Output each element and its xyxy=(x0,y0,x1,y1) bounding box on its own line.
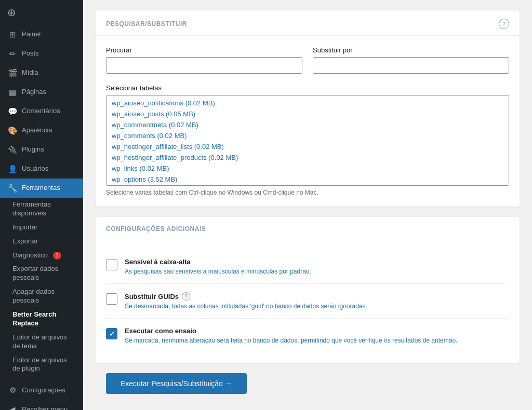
checkbox-replace-guids[interactable] xyxy=(106,293,117,305)
table-select-group: Selecionar tabelas wp_aioseo_notificatio… xyxy=(106,84,509,196)
search-replace-body: Procurar Substituir por Selecionar tabel… xyxy=(96,36,520,207)
search-replace-title: PESQUISAR/SUBSTITUIR xyxy=(106,20,187,28)
sidebar: ⊛ ⊞ Painel ✏ Posts 🎬 Mídia ▦ Páginas 💬 C… xyxy=(0,0,83,410)
plugins-icon: 🔌 xyxy=(7,144,18,155)
procurar-input[interactable] xyxy=(106,57,302,74)
wp-logo-icon: ⊛ xyxy=(7,6,16,19)
setting-desc-replace-guids: Se desmarcada, todas as colunas intitula… xyxy=(125,303,509,310)
table-item[interactable]: wp_postmeta (0.38 MB) xyxy=(107,185,509,186)
setting-row-case-sensitive: Sensível à caixa-altaAs pesquisas são se… xyxy=(106,250,509,284)
select-hint: Selecione várias tabelas com Ctrl-clique… xyxy=(106,189,509,196)
sidebar-item-paginas[interactable]: ▦ Páginas xyxy=(0,83,83,102)
checkbox-dry-run[interactable] xyxy=(106,328,117,339)
substituir-label: Substituir por xyxy=(313,46,509,54)
table-item[interactable]: wp_aioseo_posts (0.05 MB) xyxy=(107,108,509,119)
sidebar-sub-exportar[interactable]: Exportar xyxy=(0,235,83,249)
additional-settings-card: CONFIGURAÇÕES ADICIONAIS Sensível à caix… xyxy=(96,217,520,363)
sidebar-sub-editor-tema[interactable]: Editor de arquivos de tema xyxy=(0,331,83,353)
help-icon-replace-guids[interactable]: ? xyxy=(182,292,190,300)
run-button[interactable]: Executar Pesquisa/Substituição → xyxy=(106,373,247,394)
sidebar-item-plugins[interactable]: 🔌 Plugins xyxy=(0,140,83,159)
sidebar-sub-diagnostico[interactable]: Diagnóstico 1 xyxy=(0,249,83,263)
sidebar-item-midia[interactable]: 🎬 Mídia xyxy=(0,63,83,83)
table-item[interactable]: wp_commentmeta (0.02 MB) xyxy=(107,119,509,130)
search-replace-card: PESQUISAR/SUBSTITUIR ? Procurar Substitu… xyxy=(96,10,520,207)
diagnostico-badge: 1 xyxy=(53,252,61,259)
table-item[interactable]: wp_hostinger_affiliate_products (0.02 MB… xyxy=(107,152,509,163)
sidebar-item-ferramentas[interactable]: 🔧 Ferramentas xyxy=(0,179,83,198)
setting-row-replace-guids: Substituir GUIDs?Se desmarcada, todas as… xyxy=(106,284,509,319)
sidebar-sub-apagar-dados[interactable]: Apagar dados pessoais xyxy=(0,285,83,308)
search-replace-header: PESQUISAR/SUBSTITUIR ? xyxy=(96,10,520,36)
substituir-group: Substituir por xyxy=(313,46,509,74)
search-replace-inputs: Procurar Substituir por xyxy=(106,46,509,74)
sidebar-sub-better-search-replace[interactable]: Better Search Replace xyxy=(0,308,83,331)
setting-row-dry-run: Executar como ensaioSe marcada, nenhuma … xyxy=(106,319,509,352)
paginas-icon: ▦ xyxy=(7,87,18,98)
table-item[interactable]: wp_aioseo_notifications (0.02 MB) xyxy=(107,98,509,108)
main-content: PESQUISAR/SUBSTITUIR ? Procurar Substitu… xyxy=(83,0,532,410)
setting-title-dry-run: Executar como ensaio xyxy=(125,327,509,335)
aparencia-icon: 🎨 xyxy=(7,125,18,136)
setting-title-replace-guids: Substituir GUIDs? xyxy=(125,292,509,300)
sidebar-sub-editor-plugin[interactable]: Editor de arquivos de plugin xyxy=(0,353,83,376)
sidebar-item-comentarios[interactable]: 💬 Comentários xyxy=(0,102,83,121)
recolher-icon: ◀ xyxy=(7,404,18,410)
sidebar-sub-importar[interactable]: Importar xyxy=(0,221,83,235)
help-icon-search[interactable]: ? xyxy=(499,19,509,29)
additional-settings-body: Sensível à caixa-altaAs pesquisas são se… xyxy=(96,239,520,363)
posts-icon: ✏ xyxy=(7,48,18,59)
procurar-label: Procurar xyxy=(106,46,302,54)
sidebar-item-aparencia[interactable]: 🎨 Aparência xyxy=(0,121,83,140)
usuarios-icon: 👤 xyxy=(7,163,18,174)
substituir-input[interactable] xyxy=(313,57,509,74)
setting-desc-dry-run: Se marcada, nenhuma alteração será feita… xyxy=(125,337,509,344)
checkbox-case-sensitive[interactable] xyxy=(106,259,117,270)
sidebar-item-posts[interactable]: ✏ Posts xyxy=(0,44,83,63)
sidebar-logo: ⊛ xyxy=(0,0,83,25)
table-select[interactable]: wp_aioseo_notifications (0.02 MB)wp_aios… xyxy=(106,95,509,186)
setting-text-case-sensitive: Sensível à caixa-altaAs pesquisas são se… xyxy=(125,258,509,275)
setting-title-case-sensitive: Sensível à caixa-alta xyxy=(125,258,509,266)
additional-settings-header: CONFIGURAÇÕES ADICIONAIS xyxy=(96,217,520,239)
setting-text-dry-run: Executar como ensaioSe marcada, nenhuma … xyxy=(125,327,509,344)
sidebar-item-usuarios[interactable]: 👤 Usuários xyxy=(0,159,83,179)
table-item[interactable]: wp_links (0.02 MB) xyxy=(107,163,509,174)
ferramentas-icon: 🔧 xyxy=(7,183,18,194)
sidebar-item-painel[interactable]: ⊞ Painel xyxy=(0,25,83,44)
painel-icon: ⊞ xyxy=(7,29,18,40)
additional-settings-title: CONFIGURAÇÕES ADICIONAIS xyxy=(106,225,206,233)
sidebar-sub-ferramentas-disponiveis[interactable]: Ferramentas disponíveis xyxy=(0,198,83,221)
midia-icon: 🎬 xyxy=(7,67,18,78)
table-item[interactable]: wp_hostinger_affiliate_lists (0.02 MB) xyxy=(107,141,509,152)
select-tables-label: Selecionar tabelas xyxy=(106,84,509,92)
table-item[interactable]: wp_comments (0.02 MB) xyxy=(107,130,509,141)
configuracoes-icon: ⚙ xyxy=(7,385,18,395)
setting-text-replace-guids: Substituir GUIDs?Se desmarcada, todas as… xyxy=(125,292,509,310)
sidebar-item-configuracoes[interactable]: ⚙ Configurações xyxy=(0,380,83,400)
table-item[interactable]: wp_options (3.52 MB) xyxy=(107,174,509,185)
sidebar-item-recolher[interactable]: ◀ Recolher menu xyxy=(0,400,83,410)
comentarios-icon: 💬 xyxy=(7,106,18,117)
sidebar-sub-exportar-dados[interactable]: Exportar dados pessoais xyxy=(0,262,83,285)
setting-desc-case-sensitive: As pesquisas são sensíveis a maiúsculas … xyxy=(125,268,509,275)
procurar-group: Procurar xyxy=(106,46,302,74)
